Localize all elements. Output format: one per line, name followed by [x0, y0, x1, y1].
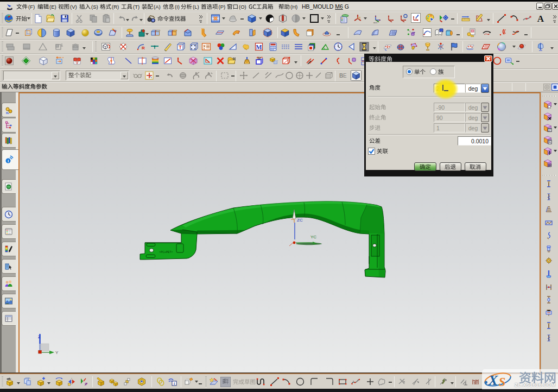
svg-text:12: 12 [257, 56, 261, 60]
svg-text:i: i [174, 382, 175, 385]
svg-text:Y: Y [55, 350, 59, 355]
svg-text:R: R [142, 46, 145, 50]
svg-text:ZC: ZC [297, 218, 303, 223]
svg-text:i: i [8, 159, 9, 163]
svg-text:YC: YC [310, 235, 316, 239]
svg-text:X: X [488, 372, 498, 388]
svg-text:>PC+PET<: >PC+PET< [159, 250, 173, 254]
svg-text:A: A [537, 14, 544, 23]
svg-text:T: T [179, 45, 182, 50]
svg-text:M: M [256, 43, 262, 51]
svg-text:E: E [343, 73, 347, 79]
svg-text:S: S [499, 375, 506, 389]
svg-text:wcs: wcs [373, 21, 377, 24]
